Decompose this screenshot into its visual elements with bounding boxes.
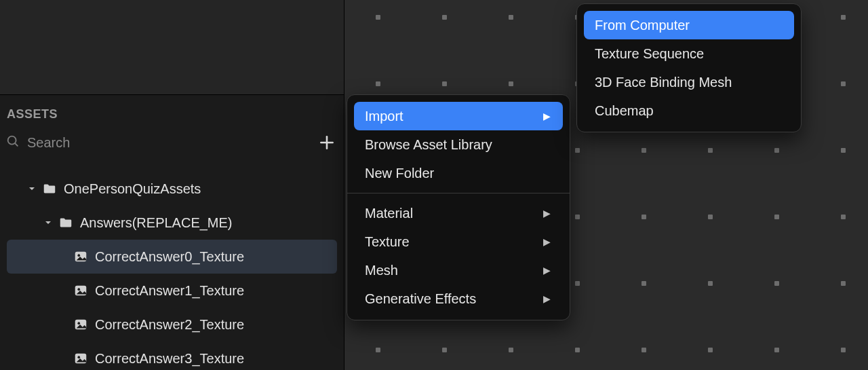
grid-dot [642,215,646,219]
menu-item-label: Generative Effects [365,291,476,307]
context-menu-main: Import▶Browse Asset LibraryNew FolderMat… [347,94,570,320]
chevron-right-icon: ▶ [543,293,551,304]
texture-icon [73,317,88,332]
grid-dot [642,148,646,153]
add-asset-button[interactable] [315,131,338,154]
chevron-right-icon: ▶ [543,265,551,276]
grid-dot [642,281,646,286]
grid-dot [774,348,779,352]
tree-label: CorrectAnswer0_Texture [95,249,244,265]
grid-dot [774,215,779,219]
tree-label: OnePersonQuizAssets [64,181,201,197]
grid-dot [841,281,846,286]
chevron-right-icon: ▶ [543,208,551,219]
menu-item[interactable]: Generative Effects▶ [354,284,563,313]
svg-point-5 [77,254,80,257]
grid-dot [376,15,380,20]
menu-item-label: Browse Asset Library [365,137,492,153]
chevron-right-icon: ▶ [543,111,551,122]
grid-dot [575,348,580,352]
grid-dot [575,148,580,153]
menu-item-label: Texture Sequence [595,46,704,62]
grid-dot [708,348,713,352]
asset-tree: OnePersonQuizAssets Answers(REPLACE_ME) … [0,160,344,370]
grid-dot [708,281,713,286]
chevron-down-icon [26,185,38,193]
menu-item[interactable]: Mesh▶ [354,256,563,284]
menu-item-label: New Folder [365,166,434,181]
menu-item[interactable]: 3D Face Binding Mesh [584,68,794,96]
grid-dot [841,15,846,20]
folder-icon [42,181,57,196]
menu-item-label: Cubemap [595,103,654,119]
grid-dot [708,148,713,153]
search-input[interactable] [27,135,309,151]
menu-item[interactable]: From Computer [584,11,794,39]
grid-dot [442,348,447,352]
texture-icon [73,351,88,366]
tree-label: Answers(REPLACE_ME) [80,215,233,231]
grid-dot [575,215,580,219]
tree-asset-item[interactable]: CorrectAnswer1_Texture [7,274,337,308]
menu-item-label: Material [365,206,413,221]
menu-separator [347,193,570,193]
grid-dot [509,15,513,20]
tree-asset-item[interactable]: CorrectAnswer3_Texture [7,341,337,370]
grid-dot [708,215,713,219]
tree-subfolder[interactable]: Answers(REPLACE_ME) [7,206,337,240]
menu-item[interactable]: Import▶ [354,102,563,130]
tree-label: CorrectAnswer3_Texture [95,351,244,367]
chevron-down-icon [42,219,54,227]
svg-point-7 [77,288,80,291]
grid-dot [774,148,779,153]
menu-item[interactable]: New Folder [354,159,563,187]
search-icon [5,134,20,151]
grid-dot [509,348,513,352]
menu-item-label: Texture [365,234,410,250]
grid-dot [442,15,447,20]
texture-icon [73,283,88,298]
menu-item-label: 3D Face Binding Mesh [595,75,732,90]
grid-dot [841,348,846,352]
texture-icon [73,249,88,264]
menu-item[interactable]: Browse Asset Library [354,130,563,159]
search-row [0,128,344,160]
grid-dot [575,281,580,286]
tree-asset-item[interactable]: CorrectAnswer0_Texture [7,240,337,274]
grid-dot [376,81,380,86]
menu-item-label: From Computer [595,18,690,33]
menu-item[interactable]: Cubemap [584,96,794,125]
menu-item[interactable]: Texture Sequence [584,39,794,68]
assets-panel: ASSETS OnePersonQuizAssets [0,0,344,370]
panel-title: ASSETS [0,105,344,128]
tree-label: CorrectAnswer2_Texture [95,317,244,333]
context-menu-import: From ComputerTexture Sequence3D Face Bin… [576,3,802,132]
grid-dot [376,348,380,352]
svg-point-0 [8,136,16,145]
grid-dot [509,81,513,86]
menu-item-label: Import [365,109,403,124]
grid-dot [841,148,846,153]
svg-point-9 [77,322,80,325]
panel-top-spacer [0,0,344,95]
tree-label: CorrectAnswer1_Texture [95,283,244,299]
chevron-right-icon: ▶ [543,236,551,247]
grid-dot [442,81,447,86]
tree-root-folder[interactable]: OnePersonQuizAssets [7,172,337,206]
menu-item-label: Mesh [365,263,398,278]
folder-icon [58,215,73,230]
grid-dot [841,81,846,86]
grid-dot [642,348,646,352]
svg-line-1 [15,143,18,146]
tree-asset-item[interactable]: CorrectAnswer2_Texture [7,308,337,341]
menu-item[interactable]: Material▶ [354,199,563,227]
grid-dot [774,281,779,286]
menu-item[interactable]: Texture▶ [354,227,563,256]
svg-point-11 [77,356,80,358]
grid-dot [841,215,846,219]
